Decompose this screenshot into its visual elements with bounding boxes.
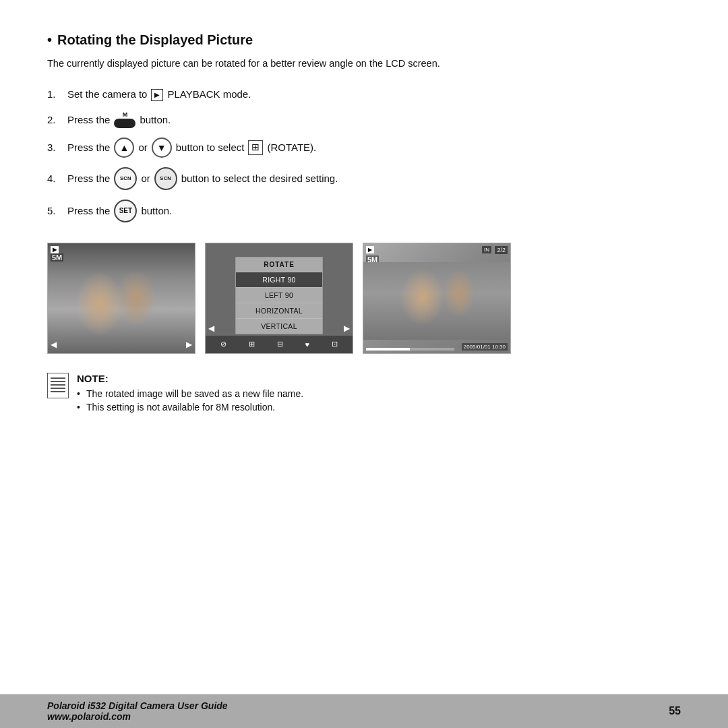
s1-play-icon: ▶: [51, 246, 59, 253]
up-arrow-icon: ▲: [114, 138, 134, 158]
s1-overlay: ▶ 5M ◀ ▶: [48, 243, 195, 353]
s2-tool-5: ⊡: [332, 340, 338, 348]
m-button-icon: M: [114, 112, 135, 128]
menu-item-horizontal: HORIZONTAL: [236, 303, 322, 319]
playback-icon: ▶: [151, 89, 163, 101]
step-3: 3. Press the ▲ or ▼ button to select (RO…: [47, 138, 681, 158]
step-3-num: 3.: [47, 140, 62, 156]
note-dot-1: •: [77, 388, 82, 399]
step-3-content: Press the ▲ or ▼ button to select (ROTAT…: [67, 138, 316, 158]
footer-brand: Polaroid i532 Digital Camera User Guide: [47, 700, 228, 711]
screenshots-row: ▶ 5M ◀ ▶ ROTATE RIGHT 90 LEFT 90 HORIZON…: [47, 243, 681, 354]
footer-brand-block: Polaroid i532 Digital Camera User Guide …: [47, 700, 228, 722]
note-text-2: This setting is not available for 8M res…: [86, 402, 275, 413]
step-4-text: Press the: [67, 171, 110, 187]
step-5-num: 5.: [47, 204, 62, 219]
step-4-or: or: [141, 171, 150, 187]
rotate-menu: ROTATE RIGHT 90 LEFT 90 HORIZONTAL VERTI…: [235, 257, 323, 334]
step-1-num: 1.: [47, 87, 62, 102]
s2-toolbar: ⊘ ⊞ ⊟ ♥ ⊡: [206, 336, 353, 353]
note-section: NOTE: • The rotated image will be saved …: [47, 373, 681, 415]
screenshot-1: ▶ 5M ◀ ▶: [47, 243, 195, 354]
s2-tool-4: ♥: [305, 340, 309, 348]
step-5-text: Press the: [67, 204, 110, 219]
s3-progress-bar: [366, 348, 454, 351]
s2-tool-1: ⊘: [220, 340, 226, 348]
s3-play-icon: ▶: [366, 246, 374, 253]
menu-title: ROTATE: [236, 257, 322, 272]
step-2-num: 2.: [47, 113, 62, 128]
s3-photo: [363, 262, 510, 340]
s2-tool-2: ⊞: [249, 340, 255, 348]
footer-page-number: 55: [669, 705, 681, 717]
step-2: 2. Press the M button.: [47, 112, 681, 128]
menu-item-left90: LEFT 90: [236, 288, 322, 303]
s1-badge: ▶ 5M: [51, 246, 63, 262]
screenshot-3: ▶ 2/2 5M IN 2005/01/01 10:30: [363, 243, 511, 354]
s1-5m-label: 5M: [51, 253, 63, 262]
note-text-1: The rotated image will be saved as a new…: [86, 388, 303, 399]
s2-tool-3: ⊟: [277, 340, 283, 348]
note-icon: [47, 373, 69, 398]
rotate-grid-icon: [248, 140, 263, 155]
s3-in-badge: IN: [482, 246, 491, 253]
step-4-content: Press the SCN or SCN button to select th…: [67, 167, 338, 190]
footer-website: www.polaroid.com: [47, 711, 228, 722]
screenshot-2: ROTATE RIGHT 90 LEFT 90 HORIZONTAL VERTI…: [205, 243, 353, 354]
step-3-or: or: [138, 140, 147, 156]
s3-date: 2005/01/01 10:30: [462, 343, 508, 351]
s3-bg: ▶ 2/2 5M IN 2005/01/01 10:30: [363, 243, 510, 353]
scn-icon: SCN: [114, 167, 137, 190]
page-title: Rotating the Displayed Picture: [57, 32, 253, 48]
set-icon: SET: [114, 200, 137, 222]
step-1-text: Set the camera to: [67, 87, 147, 102]
step-1-content: Set the camera to ▶ PLAYBACK mode.: [67, 87, 251, 102]
step-3-suffix2: (ROTATE).: [267, 140, 316, 156]
step-1-suffix: PLAYBACK mode.: [167, 87, 251, 102]
step-3-text: Press the: [67, 140, 110, 156]
note-dot-2: •: [77, 402, 82, 413]
step-3-suffix1: button to select: [176, 140, 245, 156]
s2-prev-arrow: ◀: [208, 324, 214, 333]
s2-next-arrow: ▶: [344, 324, 350, 333]
step-4-num: 4.: [47, 171, 62, 187]
menu-item-right90: RIGHT 90: [236, 272, 322, 288]
step-5-content: Press the SET button.: [67, 200, 172, 222]
scn2-icon: SCN: [154, 167, 177, 190]
section-title: • Rotating the Displayed Picture: [47, 32, 681, 48]
s1-prev-arrow: ◀: [51, 340, 57, 349]
step-5: 5. Press the SET button.: [47, 200, 681, 222]
page-footer: Polaroid i532 Digital Camera User Guide …: [0, 694, 728, 728]
note-content: NOTE: • The rotated image will be saved …: [77, 373, 303, 415]
step-5-suffix: button.: [141, 204, 172, 219]
s1-next-arrow: ▶: [186, 340, 192, 349]
step-2-suffix: button.: [140, 113, 171, 128]
steps-list: 1. Set the camera to ▶ PLAYBACK mode. 2.…: [47, 87, 681, 222]
main-content: • Rotating the Displayed Picture The cur…: [0, 0, 728, 442]
s3-counter: 2/2: [495, 246, 508, 254]
step-2-content: Press the M button.: [67, 112, 171, 128]
menu-item-vertical: VERTICAL: [236, 319, 322, 334]
note-bullet-1: • The rotated image will be saved as a n…: [77, 388, 303, 399]
step-4: 4. Press the SCN or SCN button to select…: [47, 167, 681, 190]
down-arrow-icon: ▼: [152, 138, 172, 158]
step-1: 1. Set the camera to ▶ PLAYBACK mode.: [47, 87, 681, 102]
note-bullet-2: • This setting is not available for 8M r…: [77, 402, 303, 413]
note-title: NOTE:: [77, 373, 303, 384]
intro-text: The currently displayed picture can be r…: [47, 56, 681, 71]
step-2-text: Press the: [67, 113, 110, 128]
bullet-dot: •: [47, 32, 52, 48]
s3-progress-fill: [366, 348, 410, 351]
step-4-suffix: button to select the desired setting.: [181, 171, 338, 187]
